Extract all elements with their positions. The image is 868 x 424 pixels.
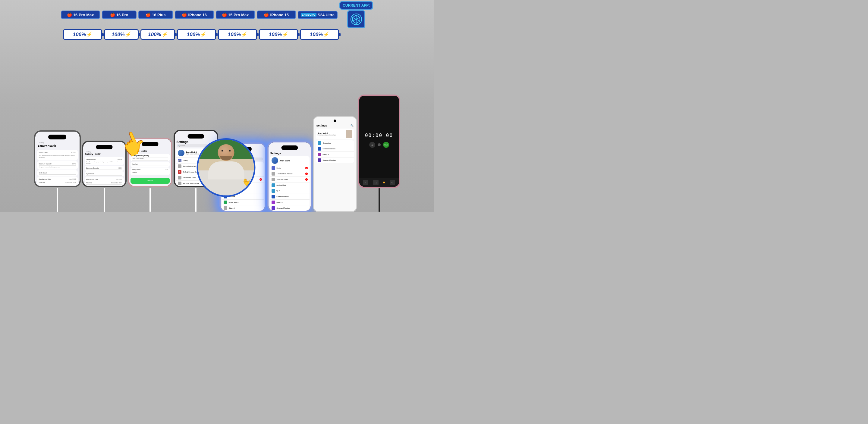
lap-button[interactable]: Lap — [369, 142, 375, 148]
person-body — [208, 161, 244, 180]
screen-s24ultra: Settings 🔍 Arun Maini Protect your data … — [314, 117, 356, 211]
battery-16pro: 100%⚡ — [104, 29, 138, 40]
label-16plus: 🍎 16 Plus — [138, 10, 173, 19]
battery-16promax: 100%⚡ — [63, 29, 102, 40]
cable-16plus — [150, 188, 151, 212]
battery-iphone15: 100%⚡ — [259, 29, 298, 40]
label-16promax: 🍎 16 Pro Max — [61, 10, 100, 19]
phone-iphone15: Settings Arun Maini Family — [267, 141, 312, 212]
apple-icon-iphone16: 🍎 — [182, 12, 187, 17]
labels-row: 🍎 16 Pro Max 🍎 16 Pro 🍎 16 Plus 🍎 iPhone… — [0, 1, 434, 28]
dot-button[interactable] — [378, 143, 381, 146]
start-button[interactable]: Start — [383, 142, 389, 148]
battery-15promax: 100%⚡ — [218, 29, 257, 40]
cable-16promax — [57, 188, 58, 212]
battery-16plus: 100%⚡ — [141, 29, 175, 40]
label-16pro: 🍎 16 Pro — [102, 10, 136, 19]
current-app-icon — [347, 10, 365, 28]
main-scene: 🍎 16 Pro Max 🍎 16 Pro 🍎 16 Plus 🍎 iPhone… — [0, 0, 434, 212]
person-head — [218, 144, 235, 161]
stopwatch-display: 00:00.00 — [365, 132, 393, 138]
battery-row: 100%⚡ 100%⚡ 100%⚡ 100%⚡ 100%⚡ 100%⚡ 100%… — [0, 29, 434, 40]
current-app-label: CURRENT APP: — [339, 1, 373, 10]
samsung-icon: SAMSUNG — [301, 13, 316, 17]
apple-icon-iphone15: 🍎 — [264, 12, 269, 17]
screen-iphone15: Settings Arun Maini Family — [269, 142, 311, 211]
phone-body-iphone15: Settings Arun Maini Family — [267, 141, 312, 212]
punch-hole-s24 — [334, 120, 336, 122]
label-iphone15: 🍎 iPhone 15 — [257, 10, 296, 19]
cable-iphone16 — [195, 188, 196, 212]
app-icon-svg — [350, 13, 362, 25]
label-iphone16: 🍎 iPhone 16 — [175, 10, 214, 19]
dynamic-island-16pro — [96, 145, 113, 150]
current-app-container: CURRENT APP: — [339, 1, 373, 28]
phone-body-stopwatch: 00:00.00 Lap Start ≡ ◯ ⏻ — [358, 95, 400, 188]
screen-16promax: ← Battery Battery Health Battery HealthN… — [35, 132, 80, 186]
apple-icon-16promax: 🍎 — [67, 12, 72, 17]
label-15promax: 🍎 15 Pro Max — [216, 10, 255, 19]
battery-content-16promax: ← Battery Battery Health Battery HealthN… — [35, 132, 80, 186]
phone-body-s24ultra: Settings 🔍 Arun Maini Protect your data … — [313, 116, 357, 212]
samsung-nav-bar: ≡ ◯ ⏻ — [359, 178, 399, 187]
dynamic-island-iphone15 — [281, 145, 298, 150]
dynamic-island-iphone16 — [187, 134, 204, 138]
phone-16promax: ← Battery Battery Health Battery HealthN… — [34, 130, 81, 212]
phone-16pro: ← Battery Battery Health Battery HealthN… — [82, 141, 127, 212]
dynamic-island-16promax — [48, 135, 66, 139]
label-s24ultra: SAMSUNG S24 Ultra — [298, 11, 338, 19]
apple-icon-16plus: 🍎 — [146, 12, 151, 17]
battery-s24ultra: 100%⚡ — [300, 29, 339, 40]
phone-stopwatch: 00:00.00 Lap Start ≡ ◯ ⏻ — [358, 95, 400, 212]
phone-body-16promax: ← Battery Battery Health Battery HealthN… — [34, 130, 81, 187]
apple-icon-16pro: 🍎 — [110, 12, 115, 17]
screen-stopwatch: 00:00.00 Lap Start ≡ ◯ ⏻ — [359, 96, 399, 187]
screen-header-16promax: ← Battery Battery Health — [35, 141, 80, 149]
cable-stopwatch — [378, 188, 380, 212]
apple-icon-15promax: 🍎 — [222, 12, 227, 17]
phone-s24ultra: Settings 🔍 Arun Maini Protect your data … — [313, 116, 357, 212]
webcam-circle: ✋ — [197, 138, 255, 197]
battery-iphone16: 100%⚡ — [177, 29, 216, 40]
cable-16pro — [104, 188, 105, 212]
